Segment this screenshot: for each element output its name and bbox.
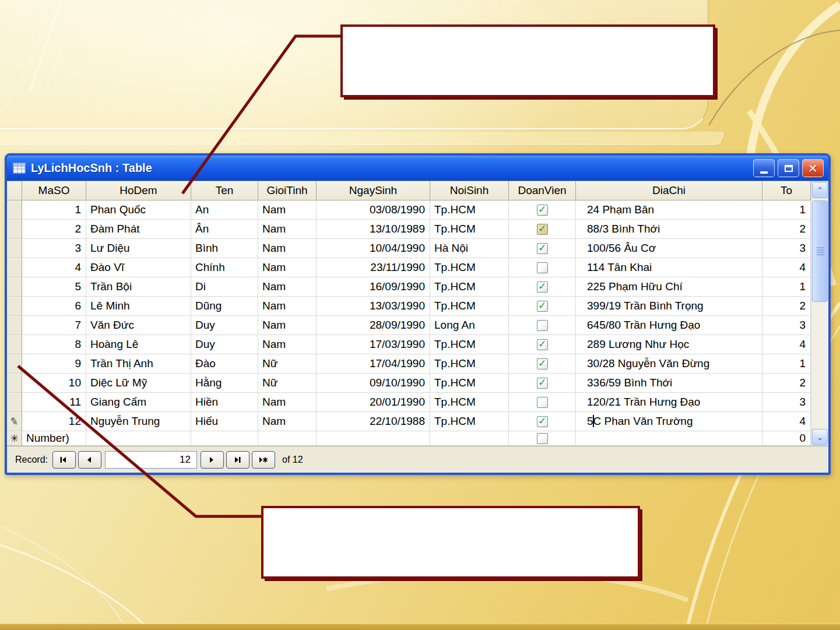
cell-ten[interactable]: Duy bbox=[191, 316, 258, 335]
cell-maso[interactable]: 6 bbox=[22, 297, 86, 316]
cell-maso[interactable]: 1 bbox=[22, 200, 86, 220]
cell-gioitinh[interactable]: Nam bbox=[258, 200, 317, 220]
cell-gioitinh[interactable]: Nữ bbox=[258, 354, 317, 374]
checkbox-checked[interactable]: ✓ bbox=[537, 358, 548, 369]
cell-doanvien[interactable]: ✓ bbox=[509, 374, 576, 393]
cell-hodem[interactable]: Nguyễn Trung bbox=[86, 412, 191, 431]
cell-ten[interactable]: Đào bbox=[191, 354, 258, 374]
cell-noisinh[interactable]: Tp.HCM bbox=[430, 393, 509, 412]
record-selector[interactable] bbox=[7, 258, 22, 277]
cell-diachi[interactable]: 336/59 Bình Thới bbox=[576, 374, 762, 393]
cell-hodem[interactable]: Phan Quốc bbox=[86, 200, 191, 220]
cell-noisinh[interactable]: Hà Nội bbox=[430, 239, 509, 258]
first-record-button[interactable] bbox=[52, 451, 76, 469]
column-header-doanvien[interactable]: DoanVien bbox=[509, 181, 576, 200]
cell-ngaysinh[interactable]: 03/08/1990 bbox=[317, 200, 430, 220]
column-header-hodem[interactable]: HoDem bbox=[86, 181, 191, 200]
cell-maso[interactable]: 2 bbox=[22, 220, 86, 239]
cell-hodem[interactable]: Đàm Phát bbox=[86, 220, 191, 239]
cell-noisinh[interactable]: Tp.HCM bbox=[430, 354, 509, 374]
record-selector[interactable] bbox=[7, 200, 22, 220]
previous-record-button[interactable] bbox=[78, 451, 101, 469]
cell-to[interactable]: 0 bbox=[762, 431, 811, 446]
select-all-corner[interactable] bbox=[7, 181, 22, 200]
cell-ten[interactable]: Duy bbox=[191, 335, 258, 354]
cell-hodem[interactable]: Trần Thị Anh bbox=[86, 354, 191, 374]
record-selector[interactable] bbox=[7, 374, 22, 393]
record-number-input[interactable] bbox=[105, 451, 197, 469]
checkbox-unchecked[interactable] bbox=[537, 397, 548, 408]
cell-ngaysinh[interactable]: 23/11/1990 bbox=[317, 258, 430, 277]
cell-gioitinh[interactable]: Nam bbox=[258, 258, 317, 277]
record-selector[interactable] bbox=[7, 316, 22, 335]
column-header-ten[interactable]: Ten bbox=[191, 181, 258, 200]
cell-to[interactable]: 4 bbox=[762, 412, 811, 431]
cell-to[interactable]: 2 bbox=[762, 220, 811, 239]
cell-doanvien[interactable]: ✓ bbox=[509, 277, 576, 297]
cell-diachi[interactable] bbox=[576, 431, 762, 446]
cell-ten[interactable]: An bbox=[191, 200, 258, 220]
cell-maso[interactable]: 8 bbox=[22, 335, 86, 354]
cell-maso[interactable]: 4 bbox=[22, 258, 86, 277]
cell-diachi[interactable]: 5C Phan Văn Trường bbox=[576, 412, 762, 431]
cell-maso[interactable]: 9 bbox=[22, 354, 86, 374]
cell-ngaysinh[interactable]: 20/01/1990 bbox=[317, 393, 430, 412]
cell-maso[interactable]: 12 bbox=[22, 412, 86, 431]
cell-ten[interactable]: Hiếu bbox=[191, 412, 258, 431]
cell-maso[interactable]: 7 bbox=[22, 316, 86, 335]
cell-doanvien[interactable] bbox=[509, 258, 576, 277]
last-record-button[interactable] bbox=[226, 451, 249, 469]
new-record-button[interactable] bbox=[252, 451, 275, 469]
cell-gioitinh[interactable]: Nam bbox=[258, 412, 317, 431]
record-selector[interactable] bbox=[7, 277, 22, 297]
record-selector[interactable]: ✎ bbox=[7, 412, 22, 431]
record-selector[interactable] bbox=[7, 220, 22, 239]
cell-hodem[interactable] bbox=[86, 431, 191, 446]
cell-maso[interactable]: 3 bbox=[22, 239, 86, 258]
cell-doanvien[interactable] bbox=[509, 431, 576, 446]
cell-hodem[interactable]: Hoàng Lê bbox=[86, 335, 191, 354]
cell-ten[interactable]: Bình bbox=[191, 239, 258, 258]
cell-hodem[interactable]: Lê Minh bbox=[86, 297, 191, 316]
cell-to[interactable]: 4 bbox=[762, 335, 811, 354]
next-record-button[interactable] bbox=[201, 451, 224, 469]
cell-diachi[interactable]: 100/56 Âu Cơ bbox=[576, 239, 762, 258]
cell-doanvien[interactable]: ✓ bbox=[509, 412, 576, 431]
cell-ngaysinh[interactable]: 22/10/1988 bbox=[317, 412, 430, 431]
cell-ten[interactable] bbox=[191, 431, 258, 446]
cell-gioitinh[interactable]: Nam bbox=[258, 220, 317, 239]
minimize-button[interactable] bbox=[753, 159, 775, 177]
scrollbar-thumb[interactable] bbox=[812, 200, 828, 302]
cell-gioitinh[interactable]: Nữ bbox=[258, 374, 317, 393]
cell-gioitinh[interactable]: Nam bbox=[258, 335, 317, 354]
cell-ten[interactable]: Ân bbox=[191, 220, 258, 239]
cell-hodem[interactable]: Đào Vĩ bbox=[86, 258, 191, 277]
cell-maso[interactable]: Number) bbox=[22, 431, 86, 446]
cell-ngaysinh[interactable]: 17/04/1990 bbox=[317, 354, 430, 374]
cell-ngaysinh[interactable]: 10/04/1990 bbox=[317, 239, 430, 258]
close-button[interactable]: ✕ bbox=[802, 159, 824, 177]
cell-diachi[interactable]: 30/28 Nguyễn Văn Đừng bbox=[576, 354, 762, 374]
cell-noisinh[interactable]: Tp.HCM bbox=[430, 220, 509, 239]
cell-to[interactable]: 1 bbox=[762, 354, 811, 374]
cell-doanvien[interactable]: ✓ bbox=[509, 200, 576, 220]
cell-maso[interactable]: 10 bbox=[22, 374, 86, 393]
checkbox-checked[interactable]: ✓ bbox=[537, 339, 548, 350]
scrollbar-down-button[interactable]: ⌄ bbox=[812, 429, 828, 445]
cell-diachi[interactable]: 114 Tân Khai bbox=[576, 258, 762, 277]
cell-diachi[interactable]: 120/21 Trần Hưng Đạo bbox=[576, 393, 762, 412]
new-record-selector[interactable]: ✳ bbox=[7, 431, 22, 446]
checkbox-checked[interactable]: ✓ bbox=[537, 378, 548, 389]
cell-to[interactable]: 3 bbox=[762, 393, 811, 412]
cell-gioitinh[interactable]: Nam bbox=[258, 393, 317, 412]
cell-hodem[interactable]: Giang Cẩm bbox=[86, 393, 191, 412]
cell-gioitinh[interactable] bbox=[258, 431, 317, 446]
cell-ngaysinh[interactable]: 09/10/1990 bbox=[317, 374, 430, 393]
cell-doanvien[interactable]: ✓ bbox=[509, 220, 576, 239]
checkbox-checked[interactable]: ✓ bbox=[537, 243, 548, 254]
cell-ten[interactable]: Hằng bbox=[191, 374, 258, 393]
cell-to[interactable]: 3 bbox=[762, 239, 811, 258]
cell-ngaysinh[interactable]: 17/03/1990 bbox=[317, 335, 430, 354]
record-selector[interactable] bbox=[7, 335, 22, 354]
record-selector[interactable] bbox=[7, 297, 22, 316]
